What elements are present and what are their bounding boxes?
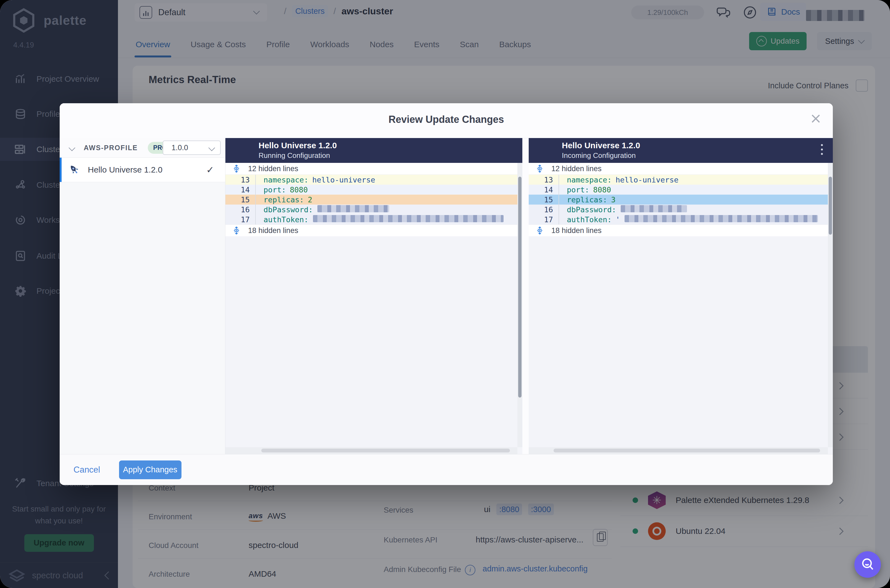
scrollbar-thumb[interactable] (553, 448, 820, 453)
code-line: 17 authToken:' (529, 214, 833, 224)
pane-title: Hello Universe 1.2.0 (562, 138, 833, 150)
profile-header-row[interactable]: AWS-PROFILE PROJ 1.0.0 (60, 138, 225, 158)
vertical-scrollbar[interactable] (517, 163, 522, 447)
modal-footer: Cancel Apply Changes (60, 454, 833, 485)
line-number: 14 (226, 186, 255, 194)
line-number: 13 (529, 176, 559, 184)
hidden-lines-top[interactable]: 12 hidden lines (529, 163, 833, 175)
code-line: 14 port:8080 (226, 184, 522, 195)
scrollbar-thumb[interactable] (261, 448, 510, 453)
app-window: Default / Clusters / aws-cluster 1.29/10… (0, 0, 890, 588)
rocket-icon (68, 164, 81, 176)
search-face-icon (860, 557, 875, 572)
running-config-header: Hello Universe 1.2.0 Running Configurati… (226, 138, 522, 163)
scrollbar-thumb[interactable] (518, 177, 522, 398)
expand-lines-icon (232, 226, 241, 235)
line-number: 17 (226, 215, 255, 224)
expand-lines-icon (535, 226, 544, 235)
redacted-auth-token (625, 215, 818, 222)
code-line-changed: 15 replicas:2 (226, 195, 522, 204)
assistant-button[interactable] (854, 551, 881, 578)
line-number: 15 (529, 195, 559, 204)
running-config-pane: Hello Universe 1.2.0 Running Configurati… (226, 138, 522, 454)
profile-layer-item[interactable]: Hello Universe 1.2.0 ✓ (60, 158, 225, 182)
code-line: 16 dbPassword: (529, 204, 833, 214)
profile-layer-name: Hello Universe 1.2.0 (88, 165, 162, 174)
code-line: 17 authToken: (226, 214, 522, 224)
line-number: 16 (226, 206, 255, 214)
running-config-code: 13 namespace:hello-universe 14 port:8080… (226, 175, 522, 224)
apply-changes-button[interactable]: Apply Changes (119, 460, 182, 479)
line-number: 13 (226, 176, 255, 184)
pane-title: Hello Universe 1.2.0 (259, 138, 522, 150)
hidden-lines-label: 12 hidden lines (551, 165, 601, 173)
line-number: 14 (529, 186, 559, 194)
incoming-config-code: 13 namespace:hello-universe 14 port:8080… (529, 175, 833, 224)
expand-lines-icon (232, 164, 241, 173)
chevron-down-icon (69, 144, 75, 151)
screen: Default / Clusters / aws-cluster 1.29/10… (0, 0, 890, 588)
review-update-changes-modal: Review Update Changes × AWS-PROFILE PROJ… (60, 103, 833, 485)
kebab-menu-icon[interactable] (821, 144, 823, 155)
line-number: 15 (226, 195, 255, 204)
modal-title: Review Update Changes (60, 114, 833, 125)
code-line-changed: 15 replicas:3 (529, 195, 833, 204)
cancel-button[interactable]: Cancel (72, 465, 102, 475)
expand-lines-icon (535, 164, 544, 173)
version-value: 1.0.0 (171, 144, 188, 152)
hidden-lines-bottom[interactable]: 18 hidden lines (226, 224, 522, 236)
chevron-down-icon (208, 144, 215, 151)
vertical-scrollbar[interactable] (828, 163, 833, 447)
profile-panel: AWS-PROFILE PROJ 1.0.0 Hello Universe 1.… (60, 138, 226, 454)
pane-subtitle: Running Configuration (259, 151, 522, 160)
line-number: 16 (529, 206, 559, 214)
code-line: 13 namespace:hello-universe (226, 175, 522, 184)
code-line: 14 port:8080 (529, 184, 833, 195)
hidden-lines-label: 18 hidden lines (551, 226, 601, 235)
check-icon: ✓ (206, 164, 214, 175)
incoming-config-header: Hello Universe 1.2.0 Incoming Configurat… (529, 138, 833, 163)
version-select[interactable]: 1.0.0 (163, 141, 221, 155)
code-line: 13 namespace:hello-universe (529, 175, 833, 184)
redacted-auth-token (313, 215, 504, 222)
pane-subtitle: Incoming Configuration (562, 151, 833, 160)
horizontal-scrollbar[interactable] (226, 447, 517, 454)
hidden-lines-label: 12 hidden lines (248, 165, 298, 173)
line-number: 17 (529, 215, 559, 224)
incoming-config-pane: Hello Universe 1.2.0 Incoming Configurat… (529, 138, 833, 454)
profile-name: AWS-PROFILE (84, 144, 138, 152)
hidden-lines-top[interactable]: 12 hidden lines (226, 163, 522, 175)
code-line: 16 dbPassword: (226, 204, 522, 214)
hidden-lines-bottom[interactable]: 18 hidden lines (529, 224, 833, 236)
scrollbar-thumb[interactable] (829, 177, 832, 235)
redacted-db-password (621, 205, 687, 212)
hidden-lines-label: 18 hidden lines (248, 226, 298, 235)
close-icon[interactable]: × (810, 111, 822, 125)
redacted-db-password (317, 205, 389, 212)
horizontal-scrollbar[interactable] (529, 447, 828, 454)
modal-header: Review Update Changes × (60, 103, 833, 138)
